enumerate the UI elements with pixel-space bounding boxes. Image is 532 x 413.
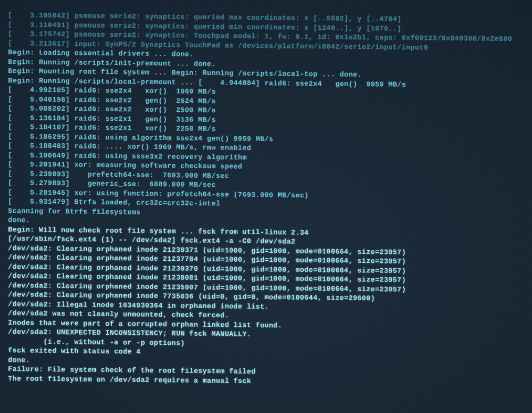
boot-console: [ 3.105842] psmouse serio2: synaptics: q…: [8, 11, 529, 413]
